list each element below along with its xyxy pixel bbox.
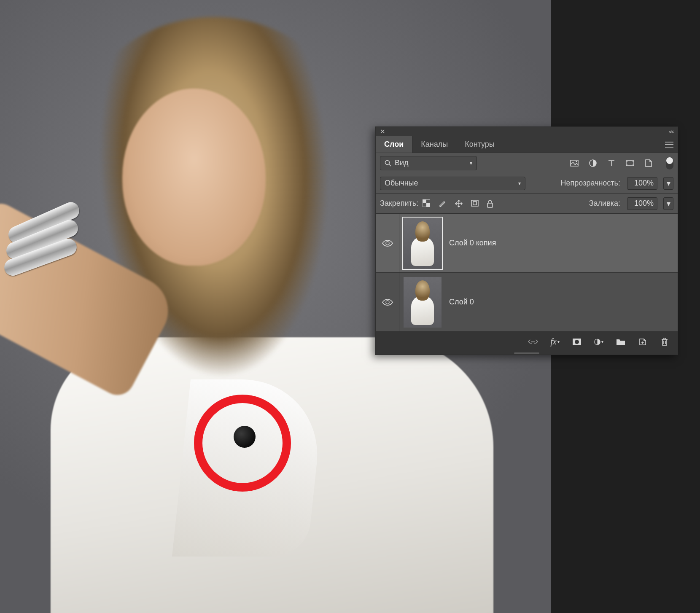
layer-visibility-toggle[interactable] [376, 273, 399, 331]
layer-filter-row: Вид ▾ [376, 153, 678, 173]
layer-name[interactable]: Слой 0 копия [449, 239, 496, 247]
new-layer-icon[interactable] [638, 337, 647, 347]
layer-thumbnail[interactable] [404, 218, 442, 269]
eye-icon [382, 298, 393, 306]
resize-grip[interactable] [376, 351, 678, 355]
svg-point-5 [627, 161, 627, 162]
filter-kind-label: Вид [395, 159, 409, 167]
adjustment-layer-icon[interactable]: ▾ [594, 337, 603, 347]
filter-pixel-icon[interactable] [570, 159, 579, 168]
svg-point-16 [386, 301, 389, 304]
svg-rect-12 [471, 200, 478, 206]
svg-point-15 [386, 242, 389, 245]
fill-slider-icon[interactable]: ▾ [663, 197, 673, 210]
filter-kind-select[interactable]: Вид ▾ [380, 156, 477, 170]
tab-channels[interactable]: Каналы [412, 136, 456, 153]
lock-label: Закрепить: [380, 199, 418, 208]
svg-point-2 [576, 161, 577, 162]
layers-panel-bottom-bar: fx▾ ▾ [376, 332, 678, 351]
layer-name[interactable]: Слой 0 [449, 298, 474, 306]
layer-thumbnail[interactable] [404, 277, 442, 328]
lock-transparency-icon[interactable] [423, 199, 431, 208]
layers-panel[interactable]: ✕ << Слои Каналы Контуры Вид ▾ [375, 126, 678, 355]
svg-point-0 [385, 160, 390, 164]
filter-toggle[interactable] [666, 157, 673, 169]
svg-rect-14 [487, 203, 493, 207]
blend-opacity-row: Обычные ▾ Непрозрачность: 100% ▾ [376, 173, 678, 194]
annotation-red-circle [194, 395, 291, 492]
layer-visibility-toggle[interactable] [376, 214, 399, 272]
tab-paths[interactable]: Контуры [456, 136, 503, 153]
filter-shape-icon[interactable] [625, 159, 635, 168]
chevron-down-icon: ▾ [667, 199, 670, 208]
chevron-down-icon: ▾ [470, 160, 472, 166]
panel-menu-icon[interactable] [661, 136, 678, 153]
close-icon[interactable]: ✕ [380, 128, 385, 135]
photo-face [122, 89, 266, 266]
opacity-label: Непрозрачность: [561, 179, 620, 188]
opacity-input[interactable]: 100% [627, 177, 657, 190]
blend-mode-value: Обычные [385, 179, 418, 188]
opacity-slider-icon[interactable]: ▾ [663, 177, 673, 190]
layer-row[interactable]: Слой 0 копия [376, 214, 678, 273]
layer-fx-icon[interactable]: fx▾ [550, 337, 560, 347]
chevron-down-icon: ▾ [518, 180, 521, 186]
layer-row[interactable]: Слой 0 [376, 273, 678, 332]
opacity-value: 100% [634, 179, 654, 188]
lock-all-icon[interactable] [487, 199, 495, 208]
lock-pixels-icon[interactable] [439, 199, 447, 208]
eye-icon [382, 239, 393, 247]
filter-smartobject-icon[interactable] [644, 159, 653, 168]
svg-point-7 [627, 164, 627, 165]
svg-rect-10 [426, 203, 430, 207]
fill-label: Заливка: [589, 199, 620, 208]
lock-artboard-icon[interactable] [471, 199, 479, 208]
svg-point-8 [633, 164, 633, 165]
chevron-down-icon: ▾ [667, 179, 670, 188]
blend-mode-select[interactable]: Обычные ▾ [380, 177, 525, 190]
layer-mask-icon[interactable] [572, 337, 582, 347]
lock-position-icon[interactable] [455, 199, 463, 208]
filter-type-icon[interactable] [607, 159, 616, 168]
layers-list: Слой 0 копия Слой 0 [376, 214, 678, 332]
search-icon [385, 160, 391, 167]
link-layers-icon[interactable] [528, 337, 538, 347]
svg-rect-9 [423, 199, 426, 203]
filter-adjustment-icon[interactable] [588, 159, 598, 168]
fill-value: 100% [634, 199, 654, 208]
svg-point-18 [575, 340, 579, 344]
panel-superheader[interactable]: ✕ << [376, 127, 678, 136]
group-layers-icon[interactable] [616, 337, 625, 347]
collapse-panel-icon[interactable]: << [669, 129, 673, 135]
lock-fill-row: Закрепить: Заливка: 100% ▾ [376, 194, 678, 214]
panel-tabs: Слои Каналы Контуры [376, 136, 678, 153]
fill-input[interactable]: 100% [627, 197, 657, 210]
svg-rect-13 [473, 202, 477, 205]
tab-layers[interactable]: Слои [376, 136, 412, 153]
svg-point-6 [633, 161, 633, 162]
delete-layer-icon[interactable] [660, 337, 669, 347]
